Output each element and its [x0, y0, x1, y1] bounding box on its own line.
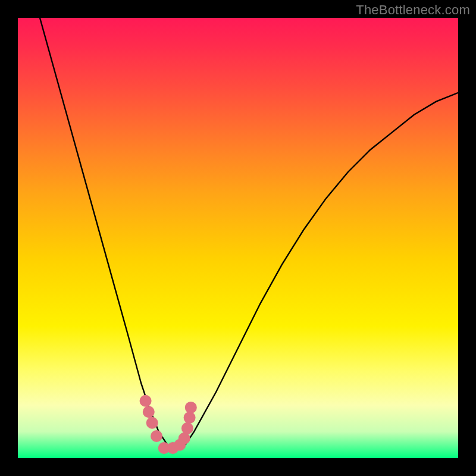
highlight-dot: [140, 395, 152, 407]
highlight-dot: [178, 433, 190, 444]
highlight-dot: [151, 430, 162, 442]
highlight-dot: [184, 412, 196, 424]
highlight-dot: [146, 417, 158, 429]
bottleneck-curve: [40, 18, 458, 449]
chart-frame: TheBottleneck.com: [0, 0, 476, 476]
plot-area: [18, 18, 458, 458]
highlight-dot: [143, 406, 155, 418]
highlight-dot: [185, 402, 197, 414]
curve-layer: [18, 18, 458, 458]
highlight-dot: [181, 422, 193, 434]
watermark-text: TheBottleneck.com: [356, 2, 470, 18]
highlight-points: [140, 395, 197, 454]
